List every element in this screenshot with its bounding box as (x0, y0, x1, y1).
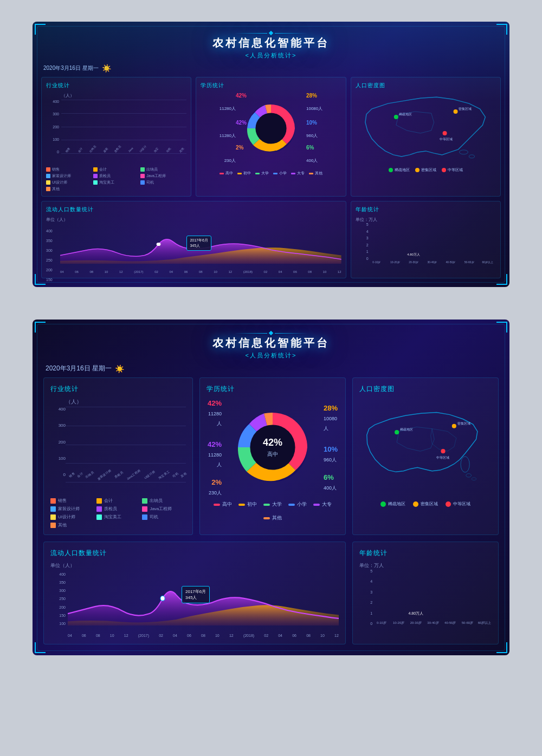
date-row-large: 2020年3月16日 星期一 ☀️ (43, 364, 499, 373)
map-legend-sparse: 稀疏地区 (389, 167, 410, 173)
tooltip-dot-lg (160, 596, 165, 601)
legend-dot-sales (46, 167, 50, 172)
legend-dot-lg-accounting (96, 498, 102, 504)
weather-icon-small: ☀️ (102, 64, 111, 73)
area-chart-large: 400 350 300 250 200 150 100 (50, 572, 339, 637)
medium-label-lg: 中等区域 (436, 456, 449, 459)
education-title-small: 学历统计 (201, 82, 341, 89)
legend-dot-ui (46, 180, 50, 185)
industry-y-title-large: （人） (66, 398, 186, 406)
legend-dot-designer (46, 174, 50, 178)
legend-text-sales: 销售 (52, 167, 60, 172)
corner-br-lg (496, 642, 507, 653)
legend-text-lg-driver: 司机 (150, 514, 158, 520)
legend-text-lg-taobao: 淘宝美工 (104, 514, 121, 520)
pie-right-labels: 28% 10080人 10% 960人 6% 400人 (306, 93, 322, 164)
legend-lg-accounting: 会计 (96, 498, 140, 504)
china-map-svg-large: 稀疏地区 密集区域 中等区域 (359, 398, 492, 496)
age-bar-0-10: 0-10岁 (369, 260, 385, 264)
legend-other-ind: 其他 (46, 186, 92, 192)
age-y-axis-small: 5 4 3 2 1 0 (356, 223, 371, 260)
pie-label-lg-xiaoxue: 10% 960人 (324, 444, 339, 464)
pie-legend-lg-other: 其他 (263, 514, 282, 522)
sparse-dot (393, 115, 398, 119)
island-2 (469, 155, 474, 158)
age-bar-chart-small: 5 4 3 2 1 0 0-10岁 10-20岁 4.80万人 20-30岁 (356, 223, 496, 271)
legend-lg-designer: 家装设计师 (50, 506, 94, 512)
y-label-0: 0 (57, 150, 59, 154)
pie-center-pct-lg: 42% (263, 437, 282, 448)
pie-legend-chuzhong: 初中 (237, 171, 251, 176)
legend-lg-taobao: 淘宝美工 (96, 514, 140, 520)
legend-text-taobao: 淘宝美工 (99, 180, 114, 185)
legend-text-driver: 司机 (146, 180, 154, 185)
y-label-300: 300 (53, 112, 59, 116)
legend-lg-driver: 司机 (142, 514, 186, 520)
grid-line-lg-3 (66, 445, 186, 445)
pie-area-large: 42% 11280人 42% 11280人 2% 230人 (207, 398, 339, 497)
dash-subtitle-large: <人员分析统计> (43, 351, 499, 360)
area-chart-svg-wrapper-small: 2017年6月 345人 (60, 225, 341, 264)
taiwan (461, 457, 469, 472)
date-text-small: 2020年3月16日 星期一 (43, 64, 99, 72)
pie-label-other-small: 2% 230人 (220, 145, 236, 164)
y-label-400: 400 (53, 100, 59, 103)
legend-text-cashier: 出纳员 (146, 167, 158, 172)
education-panel-small: 学历统计 42% 11280人 42% 11280人 (196, 77, 346, 197)
age-bar-lg-10-20: 10-20岁 (392, 620, 406, 625)
legend-dot-lg-taobao (96, 514, 102, 520)
inner-region-lg-2 (431, 429, 456, 451)
age-peak-label: 4.80万人 (407, 252, 420, 257)
legend-text-lg-cashier: 出纳员 (150, 498, 163, 504)
flow-title-large: 流动人口数量统计 (50, 549, 339, 558)
legend-taobao: 淘宝美工 (93, 180, 139, 185)
area-tooltip-large: 2017年6月 345人 (182, 586, 210, 603)
flow-panel-small: 流动人口数量统计 单位（人） 400 350 300 250 200 150 1… (41, 201, 346, 278)
tooltip-value-small: 345人 (190, 244, 200, 247)
flow-unit-large: 单位（人） (50, 562, 339, 569)
pie-dot-chuzhong (237, 173, 242, 174)
map-legend-lg-medium: 中等区域 (446, 501, 470, 507)
pie-dot-dazhuan (291, 173, 295, 174)
age-bar-lg-20-30: 4.80万人 20-30岁 (409, 620, 423, 625)
legend-dot-lg-inspector (96, 506, 102, 512)
legend-lg-ui: UI设计师 (50, 514, 94, 520)
age-y-large: 5 4 3 2 1 0 (359, 569, 375, 625)
pie-dot-daxue (255, 173, 260, 174)
dash-title-small: 农村信息化智能平台 (41, 36, 501, 50)
map-dot-lg-dense (413, 501, 418, 507)
legend-dot-java (140, 174, 145, 178)
dashboard-small: 农村信息化智能平台 <人员分析统计> 2020年3月16日 星期一 ☀️ 行业统… (33, 22, 509, 287)
area-y-axis-small: 400 350 300 250 200 150 100 (46, 225, 60, 264)
pie-svg-wrapper-large: 42% 高中 (229, 404, 316, 491)
dash-title-large: 农村信息化智能平台 (43, 336, 499, 350)
industry-legend-large: 销售 会计 出纳员 家装设计师 质检员 Java工程师 UI设计师 淘宝美工 司… (50, 498, 186, 528)
age-title-small: 年龄统计 (356, 206, 496, 213)
corner-tl (35, 24, 46, 35)
pie-legend-lg-dazhuan: 大专 (313, 501, 332, 508)
dense-label-lg: 密集区域 (457, 421, 470, 425)
pie-dot-lg-gaoxhong (214, 504, 220, 506)
pie-left-labels-lg: 42% 11280人 42% 11280人 2% 230人 (207, 398, 222, 497)
dash-content-small: 行业统计 （人） 400 300 200 100 (41, 77, 501, 278)
legend-inspector: 质检员 (93, 173, 139, 179)
map-dot-sparse (389, 168, 393, 172)
medium-label: 中等区域 (439, 138, 452, 141)
pie-legend-other-edu: 其他 (309, 171, 322, 176)
corner-tr (496, 24, 507, 35)
area-tooltip-small: 2017年6月 345人 (186, 236, 211, 251)
dense-label: 密集区域 (458, 107, 471, 110)
title-deco-lg (43, 331, 499, 335)
pie-dot-xiaoxue (273, 173, 278, 174)
legend-lg-cashier: 出纳员 (142, 498, 186, 504)
dash-subtitle-small: <人员分析统计> (41, 51, 501, 60)
pie-svg-small (241, 99, 301, 158)
grid-line-4 (61, 140, 186, 140)
grid-line-2 (61, 113, 186, 114)
industry-bar-chart-large: 400 300 200 100 0 销售 会计 出纳员 家装设计师 质检员 Ja… (50, 407, 186, 493)
legend-cashier: 出纳员 (140, 167, 186, 172)
grid-line-lg-5 (66, 482, 186, 483)
tooltip-date-large: 2017年6月 (185, 589, 206, 594)
corner-tr-lg (496, 322, 507, 333)
medium-dot-lg (441, 449, 445, 453)
